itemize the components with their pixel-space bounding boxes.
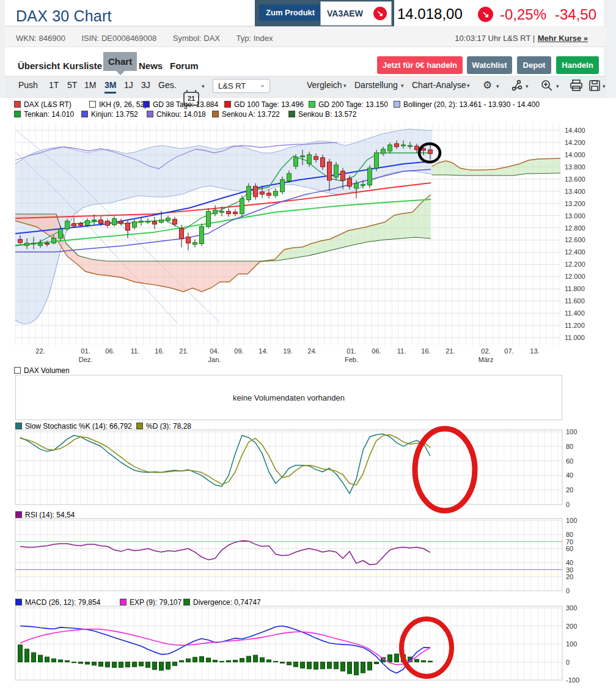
svg-text:13.200: 13.200 [565, 200, 585, 207]
svg-text:09.: 09. [234, 347, 243, 355]
svg-text:13.600: 13.600 [565, 176, 585, 183]
svg-text:40: 40 [566, 559, 573, 566]
svg-text:19.: 19. [283, 347, 292, 355]
svg-text:März: März [479, 356, 493, 363]
svg-text:300: 300 [566, 604, 577, 612]
svg-text:12.600: 12.600 [565, 236, 585, 243]
svg-text:40: 40 [566, 472, 573, 479]
svg-text:01.: 01. [81, 347, 90, 355]
svg-text:11.: 11. [131, 347, 139, 355]
svg-text:0: 0 [566, 659, 570, 666]
svg-text:12.800: 12.800 [565, 224, 585, 232]
svg-text:200: 200 [566, 623, 577, 630]
svg-text:0: 0 [566, 501, 570, 508]
svg-text:14.000: 14.000 [565, 151, 585, 158]
svg-text:100: 100 [566, 428, 577, 435]
svg-text:-100: -100 [566, 676, 579, 684]
svg-text:Feb.: Feb. [345, 356, 358, 363]
svg-text:60: 60 [566, 457, 573, 465]
svg-text:30: 30 [566, 566, 573, 574]
svg-text:16.: 16. [421, 347, 430, 355]
svg-text:20: 20 [566, 573, 573, 580]
svg-text:13.400: 13.400 [565, 188, 585, 195]
svg-text:07.: 07. [504, 347, 513, 355]
svg-text:12.000: 12.000 [565, 273, 585, 280]
svg-text:Jan.: Jan. [208, 356, 221, 363]
svg-text:13.: 13. [530, 347, 539, 355]
svg-text:11.: 11. [397, 347, 406, 355]
svg-text:12.400: 12.400 [565, 248, 585, 256]
svg-text:100: 100 [566, 517, 577, 524]
svg-text:Dez.: Dez. [79, 356, 93, 363]
svg-text:13.800: 13.800 [565, 163, 585, 171]
svg-text:02.: 02. [481, 347, 490, 355]
svg-text:80: 80 [566, 531, 573, 538]
svg-text:22.: 22. [35, 347, 45, 355]
svg-text:06.: 06. [372, 347, 381, 355]
svg-text:14.: 14. [258, 347, 268, 355]
svg-text:21.: 21. [446, 347, 455, 355]
svg-text:0: 0 [566, 587, 570, 594]
svg-text:11.400: 11.400 [565, 309, 585, 317]
svg-text:01.: 01. [346, 347, 356, 355]
svg-text:100: 100 [566, 640, 577, 648]
svg-text:70: 70 [566, 538, 573, 546]
svg-text:06.: 06. [105, 347, 114, 355]
svg-text:14.400: 14.400 [565, 127, 585, 134]
svg-text:13.000: 13.000 [565, 212, 585, 220]
svg-text:14.200: 14.200 [565, 139, 585, 146]
svg-text:20: 20 [566, 486, 573, 494]
svg-text:12.200: 12.200 [565, 261, 585, 268]
svg-text:11.600: 11.600 [565, 297, 585, 305]
svg-text:24.: 24. [307, 347, 317, 355]
svg-text:11.000: 11.000 [565, 334, 585, 341]
svg-text:11.200: 11.200 [565, 322, 585, 329]
red-circle-stochastic [415, 429, 475, 511]
svg-text:60: 60 [566, 545, 573, 552]
svg-text:16.: 16. [155, 347, 164, 355]
charts-canvas[interactable]: 14.40014.20014.00013.80013.60013.40013.2… [0, 0, 616, 688]
svg-text:21.: 21. [179, 347, 188, 355]
svg-text:80: 80 [566, 443, 573, 450]
chart-page: DAX 30 Chart WKN: 846900 ISIN: DE0008469… [0, 0, 616, 688]
svg-text:04.: 04. [210, 347, 219, 355]
svg-text:11.800: 11.800 [565, 285, 585, 292]
